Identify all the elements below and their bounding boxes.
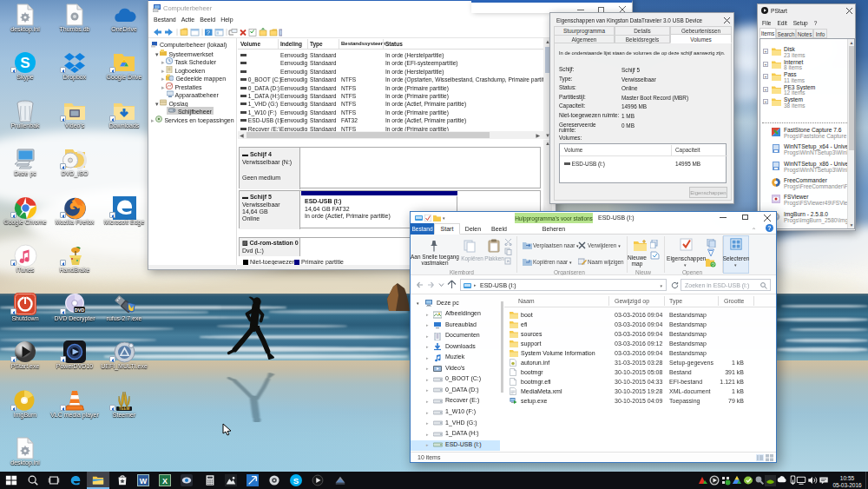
- svg-text:S: S: [293, 476, 299, 486]
- svg-text:?: ?: [207, 30, 210, 36]
- svg-text:S: S: [20, 55, 30, 71]
- svg-text:10:55: 10:55: [840, 475, 855, 481]
- svg-text:05-03-2016: 05-03-2016: [832, 482, 862, 488]
- svg-text:DVD: DVD: [75, 307, 85, 313]
- svg-text:TEEM: TEEM: [119, 406, 130, 411]
